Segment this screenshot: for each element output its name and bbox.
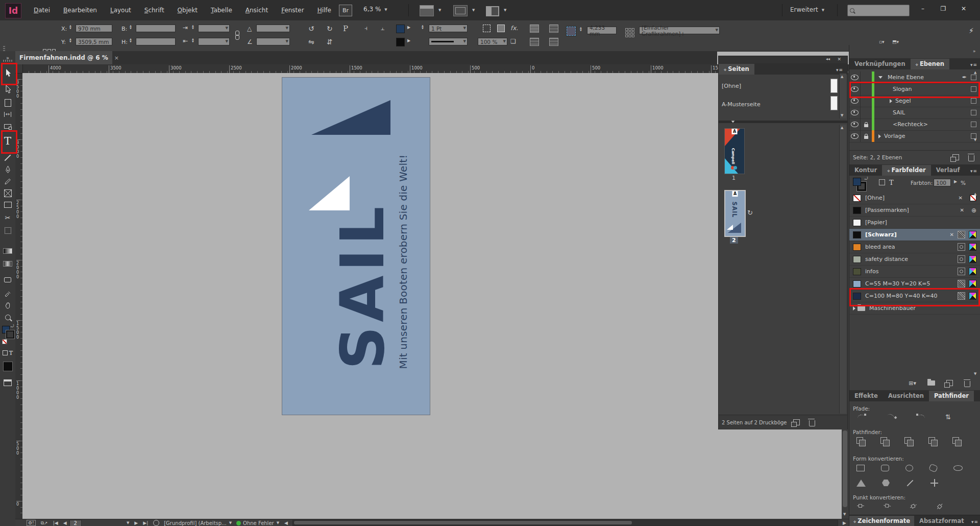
menu-item-fenster[interactable]: Fenster bbox=[281, 7, 304, 14]
first-page-icon[interactable]: |◀ bbox=[53, 520, 58, 525]
tab-close-icon[interactable]: × bbox=[114, 55, 119, 61]
direct-selection-tool[interactable] bbox=[0, 84, 15, 95]
swatch-row-passermarken[interactable]: [Passermarken] ✕ ⊕ bbox=[849, 204, 980, 217]
swap-fill-stroke-icon[interactable]: ⤾ bbox=[865, 177, 868, 181]
scroll-thumb[interactable] bbox=[294, 521, 632, 524]
shear-dropdown[interactable]: ▼ bbox=[256, 25, 290, 32]
convert-cross-icon[interactable] bbox=[930, 479, 938, 487]
convert-inverse-rounded-icon[interactable] bbox=[928, 464, 938, 473]
screen-mode-icon[interactable] bbox=[453, 5, 468, 16]
page-2-label[interactable]: 2 bbox=[730, 237, 738, 244]
visibility-eye-icon[interactable] bbox=[851, 110, 859, 115]
scroll-thumb[interactable] bbox=[843, 431, 847, 507]
corner-point-icon[interactable] bbox=[883, 502, 893, 511]
tab-farbfelder[interactable]: ⟡Farbfelder bbox=[882, 165, 931, 176]
menu-item-objekt[interactable]: Objekt bbox=[178, 7, 198, 14]
fit-content-icon[interactable]: ⇥ bbox=[183, 25, 188, 31]
y-field[interactable]: 3509,5 mm bbox=[76, 38, 112, 45]
exclude-overlap-icon[interactable] bbox=[928, 437, 935, 444]
content-collector-tool[interactable] bbox=[0, 121, 15, 132]
layer-name[interactable]: Slogan bbox=[893, 86, 971, 92]
master-a-musterseite[interactable]: A-Musterseite bbox=[722, 101, 761, 108]
new-group-icon[interactable] bbox=[927, 380, 935, 386]
swatch-row-c55[interactable]: C=55 M=30 Y=20 K=5 bbox=[849, 278, 980, 290]
scroll-down-icon[interactable]: ▼ bbox=[974, 372, 976, 376]
new-page-icon[interactable] bbox=[793, 419, 800, 425]
y-stepper[interactable]: ▲▼ bbox=[69, 38, 71, 42]
page-number-field[interactable]: 2 bbox=[69, 520, 82, 526]
pencil-tool[interactable] bbox=[0, 176, 15, 187]
scale-y-stepper[interactable]: ▲▼ bbox=[192, 38, 194, 42]
flag-page[interactable]: SAIL Mit unseren Booten erobern Sie die … bbox=[282, 78, 430, 415]
frame-tool[interactable] bbox=[0, 187, 15, 199]
panel-menu-icon[interactable] bbox=[836, 67, 843, 73]
panel-splitter[interactable] bbox=[719, 121, 847, 123]
bridge-button[interactable]: Br bbox=[339, 5, 352, 16]
page-1-thumbnail[interactable]: Campell A bbox=[724, 128, 745, 174]
tab-kontur[interactable]: Kontur bbox=[849, 165, 882, 176]
layer-row-vorlage[interactable]: Vorlage bbox=[849, 130, 980, 142]
formatting-affects-buttons[interactable]: T bbox=[0, 347, 15, 358]
expand-layer-icon[interactable] bbox=[878, 134, 881, 138]
scissors-tool[interactable]: ✂ bbox=[0, 212, 15, 223]
pages-scrollbar[interactable]: ▲ bbox=[839, 125, 846, 414]
delete-swatch-icon[interactable] bbox=[964, 381, 970, 387]
wrap-object-icon[interactable] bbox=[530, 38, 539, 46]
scale-x-stepper[interactable]: ▲▼ bbox=[192, 25, 194, 29]
tint-field[interactable]: 100 bbox=[934, 179, 951, 186]
apply-color-button[interactable] bbox=[0, 360, 15, 373]
master-ohne[interactable]: [Ohne] bbox=[722, 83, 741, 89]
close-panel-icon[interactable]: ✕ bbox=[837, 57, 841, 62]
scroll-left-icon[interactable]: ◀ bbox=[284, 520, 288, 525]
restore-button[interactable]: ❐ bbox=[933, 2, 953, 15]
expand-layer-icon[interactable] bbox=[878, 76, 883, 79]
convert-polygon-icon[interactable] bbox=[882, 480, 890, 486]
flip-vertical-icon[interactable]: ⇵ bbox=[327, 38, 333, 45]
flip-horizontal-icon[interactable]: ⇋ bbox=[308, 38, 314, 45]
fit-frame-icon[interactable]: ⇤ bbox=[183, 38, 188, 44]
view-options-icon[interactable] bbox=[420, 5, 434, 16]
swatch-row-ohne[interactable]: [Ohne] ✕ bbox=[849, 192, 980, 204]
layer-name[interactable]: SAIL bbox=[893, 109, 971, 116]
pen-tool[interactable] bbox=[0, 164, 15, 175]
convert-triangle-icon[interactable] bbox=[856, 480, 866, 487]
fill-stroke-proxy[interactable]: ⤾ bbox=[2, 326, 14, 346]
tab-effekte[interactable]: Effekte bbox=[849, 391, 883, 401]
lock-icon[interactable] bbox=[864, 136, 868, 139]
layer-name[interactable]: Segel bbox=[895, 98, 971, 104]
visibility-eye-icon[interactable] bbox=[851, 86, 859, 92]
note-tool[interactable] bbox=[0, 274, 15, 285]
convert-rounded-rectangle-icon[interactable] bbox=[881, 465, 889, 471]
layer-row-segel[interactable]: Segel bbox=[849, 95, 980, 107]
menu-item-ansicht[interactable]: Ansicht bbox=[246, 7, 268, 14]
menu-item-datei[interactable]: Datei bbox=[34, 7, 50, 14]
join-path-icon[interactable] bbox=[856, 414, 867, 421]
opacity-dropdown[interactable]: 100 %▼ bbox=[478, 38, 507, 45]
scroll-up-icon[interactable]: ▲ bbox=[841, 126, 843, 130]
page-1-label[interactable]: 1 bbox=[732, 175, 736, 181]
layer-row-slogan[interactable]: Slogan bbox=[849, 83, 980, 95]
scroll-up-icon[interactable]: ▲ bbox=[974, 192, 976, 196]
corner-radius-field[interactable]: 4,233 mm bbox=[587, 27, 617, 34]
stroke-color-swatch[interactable] bbox=[396, 38, 405, 46]
delete-page-icon[interactable] bbox=[809, 420, 815, 426]
layers-scrollbar[interactable]: ▲ ▼ bbox=[973, 70, 979, 142]
convert-rectangle-icon[interactable] bbox=[856, 465, 865, 471]
zoom-level-dropdown[interactable]: 6,3 %▼ bbox=[363, 6, 387, 13]
close-path-icon[interactable] bbox=[916, 414, 926, 421]
close-button[interactable]: ✕ bbox=[953, 2, 974, 15]
eyedropper-tool[interactable] bbox=[0, 288, 15, 299]
gradient-tool[interactable] bbox=[0, 245, 15, 256]
search-box[interactable] bbox=[847, 5, 910, 16]
spread-rotation-icon[interactable]: ↻ bbox=[747, 209, 753, 216]
default-swatch-icon[interactable] bbox=[2, 339, 7, 344]
master-ohne-thumbnail[interactable] bbox=[830, 79, 838, 93]
tab-absatzformat[interactable]: Absatzformat bbox=[914, 516, 969, 526]
free-transform-tool[interactable] bbox=[0, 225, 15, 236]
tab-verknuepfungen[interactable]: Verknüpfungen bbox=[849, 59, 911, 69]
layer-name[interactable]: Meine Ebene bbox=[888, 74, 962, 81]
line-tool[interactable] bbox=[0, 152, 15, 163]
quick-apply-icon[interactable]: ⚡ bbox=[969, 27, 974, 35]
container-format-icon[interactable] bbox=[879, 179, 885, 185]
horizontal-scrollbar[interactable] bbox=[292, 520, 838, 526]
